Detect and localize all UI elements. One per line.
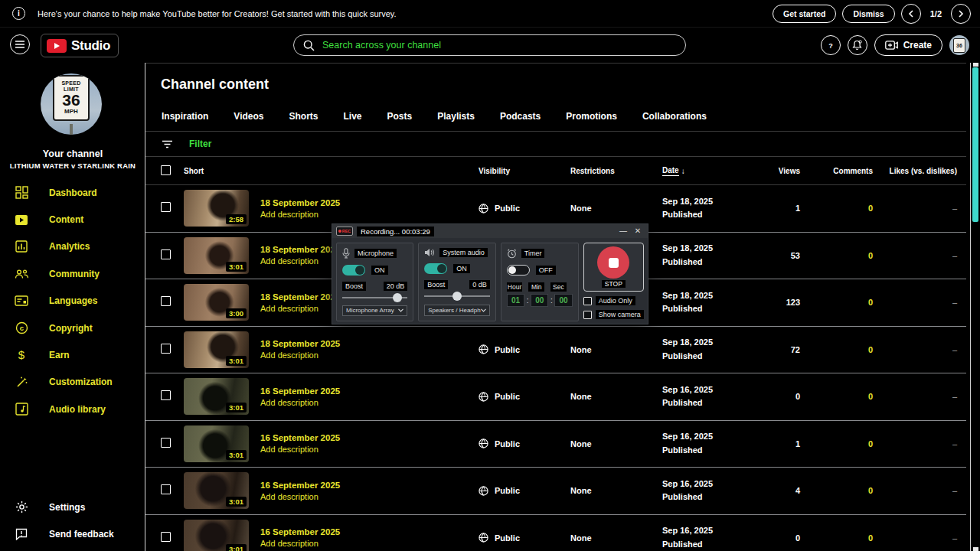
- add-description-link[interactable]: Add description: [260, 539, 479, 548]
- tab-shorts[interactable]: Shorts: [289, 111, 318, 131]
- tab-promotions[interactable]: Promotions: [566, 111, 617, 131]
- select-all-checkbox[interactable]: [161, 165, 171, 175]
- create-button[interactable]: Create: [874, 34, 942, 56]
- add-description-link[interactable]: Add description: [260, 210, 479, 219]
- visibility-cell[interactable]: Public: [479, 344, 570, 354]
- microphone-device-dropdown[interactable]: Microphone Array: [342, 305, 407, 316]
- visibility-cell[interactable]: Public: [479, 204, 570, 214]
- sidebar-item-copyright[interactable]: c Copyright: [0, 315, 145, 341]
- sidebar-item-audio-library[interactable]: Audio library: [0, 396, 145, 422]
- comments-cell[interactable]: 0: [800, 486, 873, 495]
- add-description-link[interactable]: Add description: [260, 350, 479, 360]
- sidebar-item-send-feedback[interactable]: Send feedback: [0, 521, 145, 548]
- dismiss-button[interactable]: Dismiss: [842, 5, 894, 23]
- get-started-button[interactable]: Get started: [773, 5, 836, 23]
- add-description-link[interactable]: Add description: [260, 445, 479, 454]
- mic-boost-slider[interactable]: [342, 292, 407, 302]
- row-checkbox[interactable]: [161, 202, 171, 212]
- tab-podcasts[interactable]: Podcasts: [500, 111, 541, 131]
- scroll-down-arrow[interactable]: [973, 547, 978, 551]
- help-button[interactable]: ?: [821, 35, 841, 55]
- sidebar-item-analytics[interactable]: Analytics: [0, 233, 145, 260]
- visibility-cell[interactable]: Public: [479, 486, 570, 496]
- video-thumbnail[interactable]: 3:01: [184, 378, 249, 415]
- filter-button[interactable]: Filter: [189, 139, 211, 149]
- tab-playlists[interactable]: Playlists: [437, 111, 475, 131]
- timer-hour-input[interactable]: 01: [507, 294, 524, 307]
- row-checkbox[interactable]: [161, 344, 171, 354]
- system-boost-slider[interactable]: [424, 291, 490, 300]
- video-title-link[interactable]: 16 September 2025: [260, 433, 479, 442]
- channel-avatar[interactable]: SPEED LIMIT 36 MPH: [41, 73, 102, 135]
- tab-collaborations[interactable]: Collaborations: [642, 111, 707, 131]
- tab-videos[interactable]: Videos: [234, 111, 263, 131]
- tab-live[interactable]: Live: [344, 111, 362, 131]
- video-title-link[interactable]: 18 September 2025: [260, 339, 479, 348]
- minimize-button[interactable]: —: [618, 227, 629, 236]
- audio-only-option[interactable]: Audio Only: [583, 296, 644, 305]
- sidebar-item-customization[interactable]: Customization: [0, 369, 145, 396]
- account-avatar[interactable]: 36: [949, 35, 969, 55]
- timer-sec-input[interactable]: 00: [554, 294, 572, 307]
- row-checkbox[interactable]: [161, 249, 171, 259]
- sidebar-item-dashboard[interactable]: Dashboard: [0, 179, 145, 206]
- search-input[interactable]: [322, 40, 676, 51]
- show-camera-option[interactable]: Show camera: [583, 310, 644, 319]
- scrollbar-thumb[interactable]: [972, 67, 978, 222]
- comments-cell[interactable]: 0: [800, 298, 873, 307]
- studio-logo[interactable]: Studio: [41, 34, 119, 57]
- comments-cell[interactable]: 0: [800, 251, 873, 260]
- video-thumbnail[interactable]: 2:58: [184, 190, 249, 227]
- comments-cell[interactable]: 0: [800, 204, 873, 213]
- row-checkbox[interactable]: [161, 296, 171, 306]
- tab-inspiration[interactable]: Inspiration: [162, 111, 208, 131]
- visibility-cell[interactable]: Public: [479, 533, 570, 543]
- system-device-dropdown[interactable]: Speakers / Headph: [424, 305, 490, 316]
- visibility-cell[interactable]: Public: [479, 392, 570, 402]
- show-camera-checkbox[interactable]: [583, 311, 592, 319]
- sidebar-item-settings[interactable]: Settings: [0, 494, 145, 520]
- scroll-up-arrow[interactable]: [973, 63, 978, 67]
- recording-dialog-titlebar[interactable]: REC Recording... 00:03:29 — ✕: [332, 224, 648, 238]
- comments-cell[interactable]: 0: [800, 439, 873, 448]
- video-thumbnail[interactable]: 3:01: [184, 331, 249, 368]
- row-checkbox[interactable]: [161, 390, 171, 400]
- system-audio-toggle[interactable]: [424, 263, 447, 274]
- audio-only-checkbox[interactable]: [583, 297, 592, 305]
- video-title-link[interactable]: 16 September 2025: [260, 481, 479, 490]
- comments-cell[interactable]: 0: [800, 345, 873, 354]
- comments-cell[interactable]: 0: [800, 392, 873, 401]
- add-description-link[interactable]: Add description: [260, 492, 479, 501]
- banner-prev-button[interactable]: [901, 4, 921, 24]
- tab-posts[interactable]: Posts: [387, 111, 413, 131]
- notifications-button[interactable]: [848, 35, 867, 55]
- video-thumbnail[interactable]: 3:01: [184, 425, 249, 462]
- menu-button[interactable]: [10, 34, 30, 54]
- video-title-link[interactable]: 16 September 2025: [260, 386, 479, 396]
- sidebar-item-languages[interactable]: Languages: [0, 288, 145, 315]
- comments-cell[interactable]: 0: [800, 533, 873, 543]
- sidebar-item-earn[interactable]: $ Earn: [0, 341, 145, 368]
- video-title-link[interactable]: 18 September 2025: [260, 198, 479, 207]
- microphone-toggle[interactable]: [342, 265, 365, 276]
- mic-slider-handle[interactable]: [393, 293, 402, 302]
- video-thumbnail[interactable]: 3:00: [184, 284, 249, 321]
- video-thumbnail[interactable]: 3:01: [184, 472, 249, 509]
- row-checkbox[interactable]: [161, 484, 171, 494]
- row-checkbox[interactable]: [161, 532, 171, 542]
- system-slider-handle[interactable]: [452, 292, 462, 301]
- video-title-link[interactable]: 16 September 2025: [260, 527, 479, 536]
- stop-recording-button[interactable]: STOP: [583, 243, 644, 292]
- visibility-cell[interactable]: Public: [479, 439, 570, 448]
- sidebar-item-content[interactable]: Content: [0, 206, 145, 233]
- video-thumbnail[interactable]: 3:01: [184, 520, 249, 551]
- row-checkbox[interactable]: [161, 438, 171, 448]
- banner-next-button[interactable]: [951, 4, 971, 24]
- add-description-link[interactable]: Add description: [260, 398, 479, 407]
- column-date-sort[interactable]: Date ↓: [662, 166, 766, 176]
- sidebar-item-community[interactable]: Community: [0, 260, 145, 287]
- timer-toggle[interactable]: [507, 265, 530, 276]
- close-icon[interactable]: ✕: [632, 227, 643, 236]
- video-thumbnail[interactable]: 3:01: [184, 237, 249, 274]
- timer-min-input[interactable]: 00: [531, 294, 548, 307]
